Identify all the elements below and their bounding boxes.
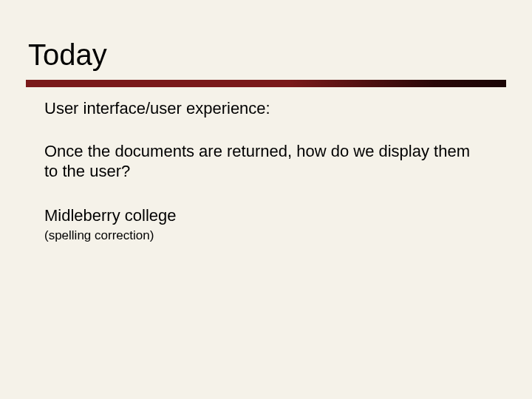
slide-title: Today [0,0,532,72]
slide-container: Today User interface/user experience: On… [0,0,532,399]
paragraph-3: Midleberry college [44,205,488,226]
small-note: (spelling correction) [44,228,488,243]
paragraph-2: Once the documents are returned, how do … [44,141,488,182]
title-divider [26,80,506,87]
slide-content: User interface/user experience: Once the… [0,72,532,243]
paragraph-1: User interface/user experience: [44,98,488,119]
